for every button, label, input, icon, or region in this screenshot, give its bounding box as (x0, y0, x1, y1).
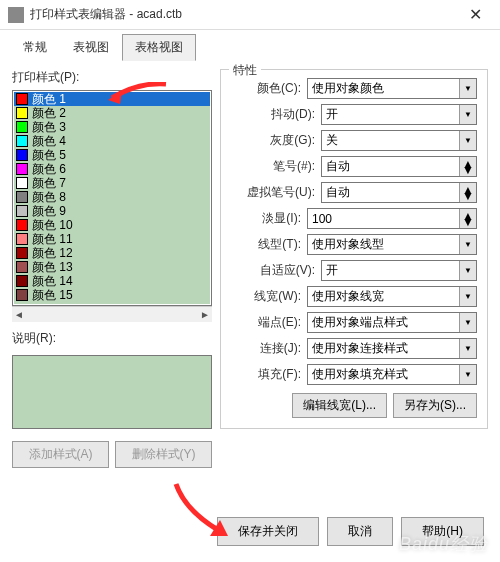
list-item-label: 颜色 15 (32, 287, 73, 304)
horizontal-scrollbar[interactable]: ◄ ► (12, 306, 212, 322)
property-dropdown[interactable]: 关▼ (321, 130, 477, 151)
chevron-down-icon[interactable]: ▼ (459, 365, 476, 384)
property-value: 自动 (326, 184, 350, 201)
property-value: 使用对象线宽 (312, 288, 384, 305)
color-swatch (16, 177, 28, 189)
chevron-down-icon[interactable]: ▼ (459, 235, 476, 254)
tab-content: 打印样式(P): 颜色 1颜色 2颜色 3颜色 4颜色 5颜色 6颜色 7颜色 … (0, 61, 500, 476)
color-swatch (16, 205, 28, 217)
property-row: 颜色(C):使用对象颜色▼ (231, 78, 477, 99)
print-styles-label: 打印样式(P): (12, 69, 212, 86)
edit-lineweight-button[interactable]: 编辑线宽(L)... (292, 393, 387, 418)
chevron-down-icon[interactable]: ▼ (459, 261, 476, 280)
property-spinner[interactable]: 100▲▼ (307, 208, 477, 229)
property-dropdown[interactable]: 使用对象线宽▼ (307, 286, 477, 307)
property-label: 颜色(C): (231, 80, 307, 97)
scroll-left-icon[interactable]: ◄ (14, 309, 24, 320)
tab-strip: 常规 表视图 表格视图 (0, 30, 500, 61)
spinner-buttons-icon[interactable]: ▲▼ (459, 209, 476, 228)
property-label: 端点(E): (231, 314, 307, 331)
chevron-down-icon[interactable]: ▼ (459, 339, 476, 358)
property-label: 抖动(D): (231, 106, 321, 123)
scroll-right-icon[interactable]: ► (200, 309, 210, 320)
property-spinner[interactable]: 自动▲▼ (321, 182, 477, 203)
close-button[interactable]: ✕ (452, 0, 498, 30)
chevron-down-icon[interactable]: ▼ (459, 105, 476, 124)
color-swatch (16, 247, 28, 259)
color-swatch (16, 163, 28, 175)
property-row: 自适应(V):开▼ (231, 260, 477, 281)
list-item[interactable]: 颜色 15 (14, 288, 210, 302)
save-close-button[interactable]: 保存并关闭 (217, 517, 319, 546)
property-label: 线宽(W): (231, 288, 307, 305)
property-value: 使用对象填充样式 (312, 366, 408, 383)
property-value: 使用对象线型 (312, 236, 384, 253)
add-style-button: 添加样式(A) (12, 441, 109, 468)
color-swatch (16, 233, 28, 245)
property-label: 灰度(G): (231, 132, 321, 149)
property-dropdown[interactable]: 开▼ (321, 260, 477, 281)
property-label: 虚拟笔号(U): (231, 184, 321, 201)
property-row: 连接(J):使用对象连接样式▼ (231, 338, 477, 359)
tab-form-table[interactable]: 表格视图 (122, 34, 196, 61)
color-swatch (16, 107, 28, 119)
property-row: 抖动(D):开▼ (231, 104, 477, 125)
description-textarea[interactable] (12, 355, 212, 429)
property-value: 使用对象颜色 (312, 80, 384, 97)
property-row: 虚拟笔号(U):自动▲▼ (231, 182, 477, 203)
properties-group-title: 特性 (229, 62, 261, 79)
property-row: 线型(T):使用对象线型▼ (231, 234, 477, 255)
watermark: Baidu经验 (399, 532, 488, 556)
color-swatch (16, 289, 28, 301)
property-value: 自动 (326, 158, 350, 175)
property-label: 填充(F): (231, 366, 307, 383)
titlebar: 打印样式表编辑器 - acad.ctb ✕ (0, 0, 500, 30)
color-swatch (16, 219, 28, 231)
left-column: 打印样式(P): 颜色 1颜色 2颜色 3颜色 4颜色 5颜色 6颜色 7颜色 … (12, 69, 212, 468)
property-dropdown[interactable]: 使用对象端点样式▼ (307, 312, 477, 333)
tab-table[interactable]: 表视图 (60, 34, 122, 61)
chevron-down-icon[interactable]: ▼ (459, 131, 476, 150)
description-label: 说明(R): (12, 330, 212, 347)
color-swatch (16, 149, 28, 161)
property-row: 灰度(G):关▼ (231, 130, 477, 151)
chevron-down-icon[interactable]: ▼ (459, 287, 476, 306)
color-swatch (16, 93, 28, 105)
spinner-buttons-icon[interactable]: ▲▼ (459, 183, 476, 202)
app-icon (8, 7, 24, 23)
color-swatch (16, 121, 28, 133)
color-swatch (16, 191, 28, 203)
property-label: 自适应(V): (231, 262, 321, 279)
property-label: 淡显(I): (231, 210, 307, 227)
color-swatch (16, 261, 28, 273)
property-label: 线型(T): (231, 236, 307, 253)
property-value: 100 (312, 212, 332, 226)
property-dropdown[interactable]: 使用对象填充样式▼ (307, 364, 477, 385)
chevron-down-icon[interactable]: ▼ (459, 313, 476, 332)
spinner-buttons-icon[interactable]: ▲▼ (459, 157, 476, 176)
property-row: 端点(E):使用对象端点样式▼ (231, 312, 477, 333)
property-row: 填充(F):使用对象填充样式▼ (231, 364, 477, 385)
save-as-button[interactable]: 另存为(S)... (393, 393, 477, 418)
property-value: 开 (326, 106, 338, 123)
property-value: 开 (326, 262, 338, 279)
property-row: 淡显(I):100▲▼ (231, 208, 477, 229)
print-styles-listbox[interactable]: 颜色 1颜色 2颜色 3颜色 4颜色 5颜色 6颜色 7颜色 8颜色 9颜色 1… (12, 90, 212, 306)
chevron-down-icon[interactable]: ▼ (459, 79, 476, 98)
tab-general[interactable]: 常规 (10, 34, 60, 61)
property-value: 关 (326, 132, 338, 149)
property-label: 笔号(#): (231, 158, 321, 175)
color-swatch (16, 275, 28, 287)
property-label: 连接(J): (231, 340, 307, 357)
property-dropdown[interactable]: 使用对象颜色▼ (307, 78, 477, 99)
properties-group: 特性 颜色(C):使用对象颜色▼抖动(D):开▼灰度(G):关▼笔号(#):自动… (220, 69, 488, 429)
cancel-button[interactable]: 取消 (327, 517, 393, 546)
property-spinner[interactable]: 自动▲▼ (321, 156, 477, 177)
property-dropdown[interactable]: 使用对象连接样式▼ (307, 338, 477, 359)
delete-style-button: 删除样式(Y) (115, 441, 212, 468)
property-dropdown[interactable]: 开▼ (321, 104, 477, 125)
right-column: 特性 颜色(C):使用对象颜色▼抖动(D):开▼灰度(G):关▼笔号(#):自动… (220, 69, 488, 468)
property-dropdown[interactable]: 使用对象线型▼ (307, 234, 477, 255)
window-title: 打印样式表编辑器 - acad.ctb (30, 6, 452, 23)
property-row: 笔号(#):自动▲▼ (231, 156, 477, 177)
